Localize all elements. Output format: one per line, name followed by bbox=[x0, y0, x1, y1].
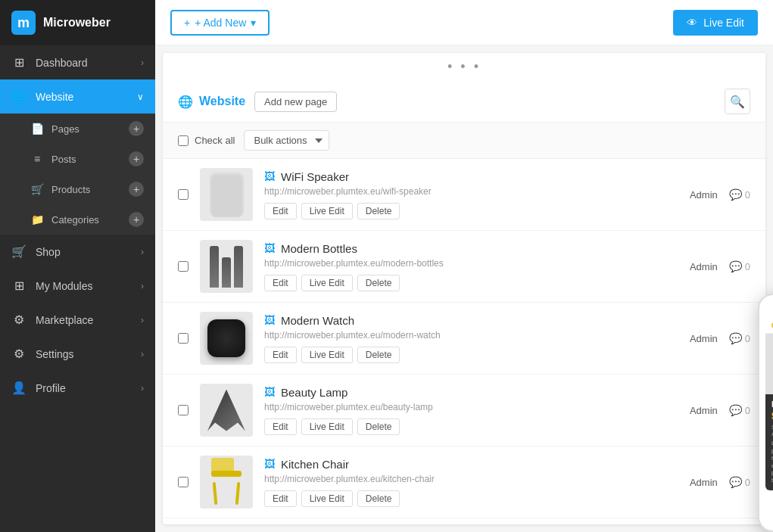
lamp-shape bbox=[207, 390, 245, 431]
comment-icon: 💬 bbox=[729, 476, 742, 488]
website-arrow: ∨ bbox=[137, 92, 144, 102]
table-row: 🖼Beauty Lamphttp://microweber.plumtex.eu… bbox=[163, 375, 765, 446]
product-actions: EditLive EditDelete bbox=[264, 490, 678, 507]
product-checkbox[interactable] bbox=[178, 333, 189, 344]
product-checkbox[interactable] bbox=[178, 477, 189, 487]
check-all-label[interactable]: Check all bbox=[178, 135, 235, 146]
product-name: Modern Watch bbox=[281, 314, 354, 327]
product-name-row: 🖼Kitchen Chair bbox=[264, 458, 678, 471]
sidebar-item-marketplace[interactable]: ⚙ Marketplace › bbox=[0, 303, 155, 337]
edit-button[interactable]: Edit bbox=[264, 418, 297, 435]
sidebar-item-my-modules[interactable]: ⊞ My Modules › bbox=[0, 269, 155, 303]
phone-mockup: Menu Modern Watch $ 39,00 SKU Number: #0… bbox=[758, 294, 773, 532]
products-add-button[interactable]: + bbox=[129, 182, 144, 197]
dots-row: • • • bbox=[163, 53, 765, 81]
product-author: Admin bbox=[690, 333, 718, 344]
marketplace-label: Marketplace bbox=[36, 314, 93, 326]
shop-icon: 🛒 bbox=[11, 244, 26, 259]
sidebar-item-settings[interactable]: ⚙ Settings › bbox=[0, 337, 155, 371]
product-name: Beauty Lamp bbox=[281, 386, 348, 399]
dashboard-label: Dashboard bbox=[36, 57, 88, 69]
product-page-icon: 🖼 bbox=[264, 242, 275, 254]
comment-icon: 💬 bbox=[729, 404, 742, 416]
search-button[interactable]: 🔍 bbox=[725, 89, 750, 114]
add-new-button[interactable]: + + Add New ▾ bbox=[170, 10, 270, 36]
add-page-button[interactable]: Add new page bbox=[254, 92, 337, 112]
product-meta: Admin 💬 0 bbox=[690, 332, 750, 344]
marketplace-icon: ⚙ bbox=[11, 313, 26, 327]
bottle1 bbox=[210, 246, 219, 288]
table-row: 🖼Modern Watchhttp://microweber.plumtex.e… bbox=[163, 303, 765, 375]
pages-add-button[interactable]: + bbox=[129, 121, 144, 136]
sidebar-item-dashboard[interactable]: ⊞ Dashboard › bbox=[0, 45, 155, 79]
edit-button[interactable]: Edit bbox=[264, 275, 297, 291]
pm-title: 🌐 Website bbox=[178, 95, 245, 109]
website-globe-icon: 🌐 bbox=[178, 95, 193, 109]
sidebar-nav: ⊞ Dashboard › 🌐 Website ∨ 📄 Pages + ≡ Po… bbox=[0, 45, 155, 532]
phone-product-image bbox=[765, 334, 773, 394]
product-name-row: 🖼Modern Bottles bbox=[264, 242, 678, 255]
comment-icon: 💬 bbox=[729, 332, 742, 344]
profile-arrow: › bbox=[141, 383, 144, 394]
product-checkbox[interactable] bbox=[178, 189, 189, 200]
product-checkbox[interactable] bbox=[178, 405, 189, 415]
table-row: 🖼Kitchen Chairhttp://microweber.plumtex.… bbox=[163, 446, 765, 518]
delete-button[interactable]: Delete bbox=[357, 418, 401, 435]
bulk-actions-select[interactable]: Bulk actions Delete bbox=[244, 130, 329, 151]
posts-icon: ≡ bbox=[30, 153, 44, 165]
product-checkbox[interactable] bbox=[178, 261, 189, 272]
sidebar-item-products[interactable]: 🛒 Products + bbox=[0, 174, 155, 204]
product-name-row: 🖼Beauty Lamp bbox=[264, 386, 678, 399]
live_edit-button[interactable]: Live Edit bbox=[301, 275, 353, 291]
live_edit-button[interactable]: Live Edit bbox=[301, 418, 353, 435]
product-name-row: 🖼WiFi Speaker bbox=[264, 170, 678, 183]
pm-title-text: Website bbox=[199, 95, 245, 108]
product-meta: Admin 💬 0 bbox=[690, 188, 750, 201]
comment-count: 💬 0 bbox=[729, 404, 750, 416]
delete-button[interactable]: Delete bbox=[357, 275, 401, 291]
chair-leg-left bbox=[213, 482, 218, 505]
comment-count: 💬 0 bbox=[729, 476, 750, 488]
product-list: 🖼WiFi Speakerhttp://microweber.plumtex.e… bbox=[163, 159, 765, 518]
add-new-dropdown-icon: ▾ bbox=[251, 17, 256, 29]
check-all-text: Check all bbox=[195, 135, 235, 146]
live-edit-button[interactable]: 👁 Live Edit bbox=[673, 10, 758, 36]
bulk-bar: Check all Bulk actions Delete bbox=[163, 123, 765, 159]
speaker-shape bbox=[210, 172, 244, 217]
product-info: 🖼Modern Watchhttp://microweber.plumtex.e… bbox=[264, 314, 678, 363]
delete-button[interactable]: Delete bbox=[357, 203, 401, 219]
posts-add-button[interactable]: + bbox=[129, 151, 144, 166]
categories-add-button[interactable]: + bbox=[129, 212, 144, 227]
delete-button[interactable]: Delete bbox=[357, 347, 401, 363]
product-page-icon: 🖼 bbox=[264, 314, 275, 326]
live_edit-button[interactable]: Live Edit bbox=[301, 203, 353, 219]
sidebar-item-shop[interactable]: 🛒 Shop › bbox=[0, 235, 155, 269]
edit-button[interactable]: Edit bbox=[264, 203, 297, 219]
live_edit-button[interactable]: Live Edit bbox=[301, 347, 353, 363]
sidebar-item-profile[interactable]: 👤 Profile › bbox=[0, 371, 155, 405]
phone-screen: Menu Modern Watch $ 39,00 SKU Number: #0… bbox=[765, 318, 773, 490]
live_edit-button[interactable]: Live Edit bbox=[301, 490, 353, 507]
profile-icon: 👤 bbox=[11, 381, 26, 395]
sidebar-item-website[interactable]: 🌐 Website ∨ bbox=[0, 79, 155, 114]
sidebar-item-categories[interactable]: 📁 Categories + bbox=[0, 204, 155, 235]
my-modules-arrow: › bbox=[141, 281, 144, 291]
product-name-row: 🖼Modern Watch bbox=[264, 314, 678, 327]
website-label: Website bbox=[36, 91, 73, 103]
sidebar-item-posts[interactable]: ≡ Posts + bbox=[0, 144, 155, 174]
edit-button[interactable]: Edit bbox=[264, 490, 297, 507]
posts-label: Posts bbox=[51, 154, 76, 165]
product-info: 🖼Kitchen Chairhttp://microweber.plumtex.… bbox=[264, 458, 678, 507]
shop-label: Shop bbox=[36, 246, 61, 258]
check-all-checkbox[interactable] bbox=[178, 135, 189, 146]
product-thumbnail bbox=[200, 456, 253, 509]
delete-button[interactable]: Delete bbox=[357, 490, 401, 507]
chair-leg-right bbox=[235, 482, 241, 505]
product-name: WiFi Speaker bbox=[281, 170, 349, 183]
products-label: Products bbox=[51, 184, 90, 195]
product-page-icon: 🖼 bbox=[264, 170, 275, 182]
sidebar-item-pages[interactable]: 📄 Pages + bbox=[0, 114, 155, 144]
product-info: 🖼Modern Bottleshttp://microweber.plumtex… bbox=[264, 242, 678, 291]
website-icon: 🌐 bbox=[11, 89, 26, 104]
edit-button[interactable]: Edit bbox=[264, 347, 297, 363]
